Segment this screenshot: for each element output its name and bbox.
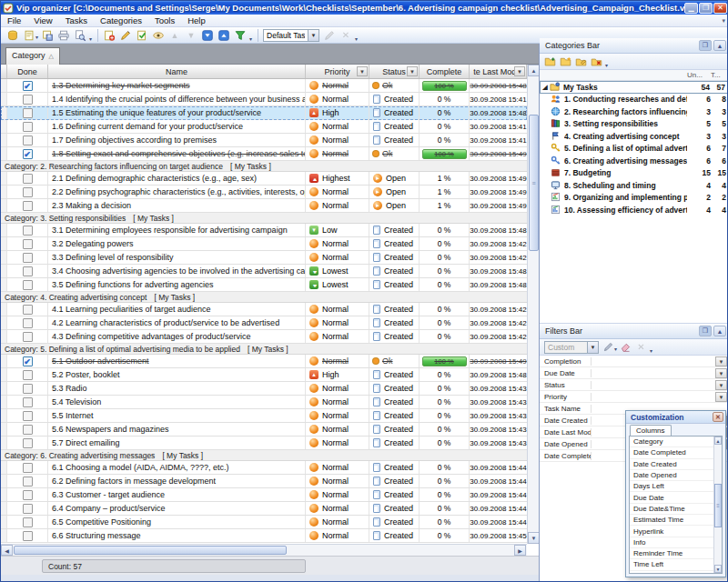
horizontal-scrollbar[interactable]: ◀ ▶: [1, 544, 527, 556]
task-row[interactable]: 4.2 Learning characteristics of product/…: [1, 316, 527, 330]
vertical-scrollbar[interactable]: ▲ ≡ ▼: [527, 65, 539, 544]
task-row[interactable]: ✔1.8 Setting exact and comprehensive obj…: [1, 147, 527, 161]
task-row[interactable]: 6.1 Choosing a model (AIDA, AIDMA, ????,…: [1, 461, 527, 475]
filter-row-status[interactable]: Status▼: [540, 379, 728, 391]
task-row[interactable]: 3.4 Choosing advertising agencies to be …: [1, 265, 527, 278]
task-row[interactable]: 4.3 Defining competitive advantages of p…: [1, 330, 527, 344]
scroll-down-icon[interactable]: ▼: [714, 565, 722, 573]
column-list-item[interactable]: Date Created: [630, 459, 713, 470]
tree-item-category-7[interactable]: 7. Budgeting1515: [540, 167, 728, 180]
done-checkbox[interactable]: [23, 305, 33, 315]
done-checkbox[interactable]: [23, 517, 33, 527]
clear-filter-icon[interactable]: ✕: [633, 340, 649, 354]
task-row[interactable]: 5.2 Poster, booklet▴HighCreated0 %30.09.…: [1, 368, 527, 382]
done-checkbox[interactable]: [23, 384, 33, 394]
filter-row-completion[interactable]: Completion▼: [540, 356, 728, 367]
task-row[interactable]: 2.1 Defining demographic characteristics…: [1, 172, 527, 186]
filter-value-dropdown[interactable]: ▼: [715, 380, 727, 390]
name-column-header[interactable]: Name: [48, 65, 306, 78]
edit-task-icon[interactable]: [117, 28, 134, 43]
column-list-item[interactable]: Days Left: [630, 481, 713, 492]
combo-dropdown-icon[interactable]: ▼: [587, 342, 598, 353]
category-group-row[interactable]: Category: 4. Creating advertising concep…: [1, 292, 527, 303]
filter-icon[interactable]: [232, 28, 248, 43]
done-checkbox[interactable]: [23, 174, 33, 184]
priority-filter-dropdown[interactable]: ▼: [357, 66, 368, 76]
done-checkbox[interactable]: ✔: [23, 149, 33, 159]
complete-column-header[interactable]: Complete: [420, 65, 470, 78]
scroll-up-icon[interactable]: ▲: [714, 436, 722, 445]
column-list-item[interactable]: Info: [630, 537, 713, 548]
task-row[interactable]: 4.1 Learning peculiarities of target aud…: [1, 303, 527, 316]
task-row[interactable]: 5.7 Direct emailingNormalCreated0 %30.09…: [1, 436, 527, 450]
tree-item-category-10[interactable]: 10. Assessing efficiency of advertising4…: [540, 204, 728, 216]
done-checkbox[interactable]: [23, 266, 33, 276]
horizontal-scroll-thumb[interactable]: [14, 546, 287, 555]
done-checkbox[interactable]: [23, 477, 33, 487]
customization-title-bar[interactable]: Customization ✕: [626, 411, 725, 424]
done-checkbox[interactable]: [23, 397, 33, 407]
float-panel-icon[interactable]: ❒: [699, 40, 712, 51]
column-list-item[interactable]: Date Opened: [630, 470, 713, 481]
done-checkbox[interactable]: [23, 370, 33, 380]
scroll-right-icon[interactable]: ▶: [514, 545, 526, 556]
task-row[interactable]: 3.2 Delegating powersNormalCreated0 %30.…: [1, 237, 527, 251]
done-checkbox[interactable]: [23, 122, 33, 132]
dropdown-arrow-icon[interactable]: ▾: [35, 34, 38, 40]
tree-item-category-4[interactable]: 4. Creating advertising concept33: [540, 130, 728, 143]
column-list-item[interactable]: Due Date&Time: [630, 504, 713, 515]
done-checkbox[interactable]: [23, 504, 33, 514]
tree-item-category-9[interactable]: 9. Organizing and implementing publici22: [540, 192, 728, 205]
done-checkbox[interactable]: [23, 463, 33, 473]
maximize-button[interactable]: ❐: [699, 3, 713, 14]
filter-preset-combo[interactable]: Custom ▼: [544, 341, 599, 354]
toolbar-overflow-icon[interactable]: ▾: [650, 347, 652, 354]
clear-preset-icon[interactable]: ✕: [338, 28, 354, 43]
done-checkbox[interactable]: [23, 253, 33, 263]
filter-value-dropdown[interactable]: ▼: [715, 368, 727, 378]
column-list-item[interactable]: Time Left: [630, 559, 713, 570]
task-row[interactable]: 6.2 Defining factors in message developm…: [1, 475, 527, 488]
column-list-item[interactable]: Category: [630, 436, 713, 447]
edit-category-icon[interactable]: [573, 55, 589, 68]
priority-column-header[interactable]: Priority▼: [306, 65, 369, 78]
toolbar-overflow-icon[interactable]: ▾: [355, 35, 358, 42]
done-checkbox[interactable]: [23, 187, 33, 197]
task-row[interactable]: 5.3 RadioNormalCreated0 %30.09.2008 15:4…: [1, 382, 527, 396]
tree-item-category-1[interactable]: 1. Conducting researches and defining68: [540, 94, 728, 106]
new-database-icon[interactable]: [5, 28, 21, 43]
combo-dropdown-icon[interactable]: ▼: [308, 30, 318, 41]
status-column-header[interactable]: Status▼: [369, 65, 420, 78]
group-by-category-tab[interactable]: Category△: [5, 47, 60, 65]
column-list-item[interactable]: Hyperlink: [630, 526, 713, 537]
menu-file[interactable]: File: [1, 15, 27, 25]
new-subcategory-icon[interactable]: [558, 55, 573, 68]
task-row[interactable]: 3.5 Defining functions for adverting age…: [1, 278, 527, 292]
task-row[interactable]: 1.6 Defining current demand for your pro…: [1, 120, 527, 134]
task-row[interactable]: 6.3 Customer - target audienceNormalCrea…: [1, 488, 527, 502]
task-row[interactable]: ✔1.3 Determining key market segmentsNorm…: [1, 79, 527, 93]
category-group-row[interactable]: Category: 2. Researching factors influen…: [1, 161, 527, 172]
task-row[interactable]: 5.6 Newspapers and magazinesNormalCreate…: [1, 423, 527, 436]
tree-item-category-5[interactable]: 5. Defining a list of optimal advertisin…: [540, 143, 728, 156]
popup-scroll-thumb[interactable]: ≡: [714, 484, 722, 527]
done-checkbox[interactable]: [23, 332, 33, 342]
done-checkbox[interactable]: ✔: [23, 356, 33, 366]
close-button[interactable]: ✕: [713, 3, 727, 14]
done-checkbox[interactable]: [23, 201, 33, 211]
modified-column-header[interactable]: te Last Modifi▼: [470, 65, 527, 78]
close-icon[interactable]: ✕: [713, 412, 723, 422]
print-preview-icon[interactable]: [72, 28, 88, 43]
new-task-icon[interactable]: [101, 28, 117, 43]
task-row[interactable]: 2.3 Making a decisionNormal▸Open1 %30.09…: [1, 199, 527, 213]
category-group-row[interactable]: Category: 6. Creating advertising messag…: [1, 450, 527, 461]
filter-row-priority[interactable]: Priority▼: [540, 391, 728, 403]
menu-tasks[interactable]: Tasks: [59, 15, 94, 25]
dropdown-arrow-icon[interactable]: ▾: [614, 346, 617, 352]
done-column-header[interactable]: Done: [7, 65, 48, 78]
print-icon[interactable]: [56, 28, 72, 43]
category-group-row[interactable]: Category: 3. Setting responsibilities[ M…: [1, 213, 527, 224]
column-list-item[interactable]: Estimated Time: [630, 515, 713, 526]
task-row[interactable]: 5.4 TelevisionNormalCreated0 %30.09.2008…: [1, 396, 527, 409]
default-task-combo[interactable]: Default Tas ▼: [263, 29, 319, 42]
